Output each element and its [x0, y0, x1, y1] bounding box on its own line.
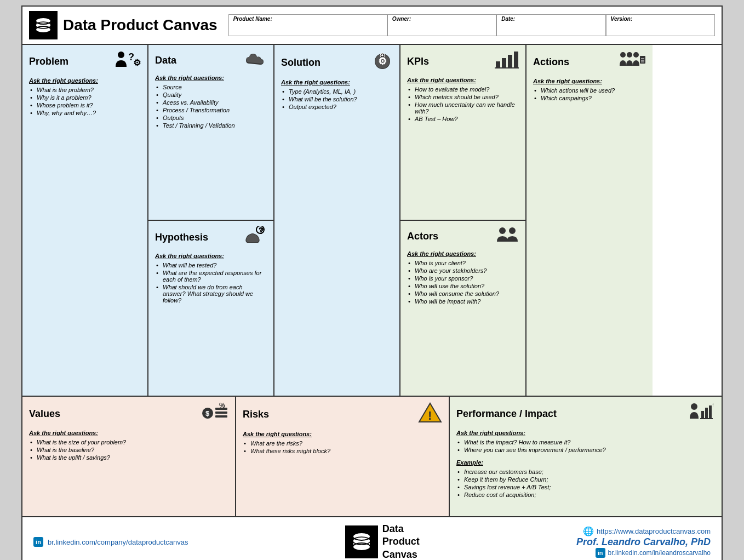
list-item: Process / Transformation — [155, 106, 267, 114]
list-item: Where you can see this improvement / per… — [456, 446, 715, 454]
actions-subtitle: Ask the right questions: — [533, 78, 646, 84]
list-item: Who is your client? — [407, 259, 519, 267]
list-item: Increase our customers base; — [456, 468, 715, 476]
list-item: What will be the solution? — [281, 95, 393, 103]
owner-label: Owner: — [392, 16, 491, 22]
svg-text:↑: ↑ — [712, 402, 714, 408]
list-item: What should we do from each answer? What… — [155, 283, 267, 304]
values-subtitle: Ask the right questions: — [29, 430, 228, 436]
solution-section: Solution ⚙ Ask the right questions: — [274, 45, 400, 396]
svg-point-28 — [620, 52, 626, 58]
svg-point-29 — [627, 52, 632, 58]
footer-logo-text: DataProductCanvas — [382, 523, 420, 560]
svg-rect-39 — [215, 415, 227, 418]
problem-section: Problem ? ⚙ Ask the right questions: — [22, 45, 148, 396]
date-field[interactable]: Date: — [496, 14, 605, 36]
data-subtitle: Ask the right questions: — [155, 75, 267, 81]
version-field[interactable]: Version: — [606, 14, 715, 36]
problem-list: What is the problem? Why is it a problem… — [29, 86, 141, 117]
hypothesis-icon: ? ? — [243, 226, 267, 248]
data-icon — [245, 50, 267, 70]
list-item: Quality — [155, 91, 267, 99]
svg-point-10 — [118, 52, 124, 58]
actors-list: Who is your client? Who are your stakhol… — [407, 259, 519, 305]
svg-text:!: ! — [428, 409, 432, 422]
values-title: Values $ % — [29, 402, 228, 425]
hypothesis-subtitle: Ask the right questions: — [155, 253, 267, 259]
svg-point-43 — [691, 403, 697, 410]
solution-icon: ⚙ — [372, 50, 393, 75]
svg-text:?: ? — [259, 226, 262, 234]
kpi-title: KPIs — [407, 50, 519, 72]
logo-box: Data Product Canvas — [29, 11, 218, 39]
performance-example-list: Increase our customers base; Keep it the… — [456, 468, 715, 499]
svg-rect-44 — [701, 411, 704, 419]
list-item: What are the expected responses for each… — [155, 269, 267, 283]
linkedin-icon-right: in — [596, 548, 605, 558]
svg-rect-38 — [215, 412, 227, 414]
list-item: What is the impact? How to measure it? — [456, 438, 715, 446]
svg-text:$: $ — [205, 409, 210, 418]
list-item: How to evaluate the model? — [407, 85, 519, 93]
date-label: Date: — [501, 16, 600, 22]
risks-subtitle: Ask the right questions: — [243, 431, 442, 437]
kpi-actors-column: KPIs Ask the right questions: — [400, 45, 526, 396]
problem-icon: ? ⚙ — [113, 50, 141, 73]
list-item: How much uncertainty can we handle with? — [407, 101, 519, 115]
data-title: Data — [155, 50, 267, 70]
footer-right: 🌐 https://www.dataproductcanvas.com Prof… — [576, 526, 711, 558]
svg-rect-23 — [508, 55, 512, 68]
problem-subtitle: Ask the right questions: — [29, 77, 141, 84]
list-item: Reduce cost of acquisition; — [456, 491, 715, 499]
actors-icon — [495, 226, 519, 246]
hypothesis-section: Hypothesis ? ? Ask the right que — [148, 221, 273, 396]
values-section: Values $ % Ask the right questio — [22, 397, 236, 516]
svg-rect-31 — [640, 56, 645, 64]
linkedin-icon-left: in — [33, 537, 43, 547]
footer-prof-linkedin[interactable]: in br.linkedin.com/in/leandroscarvalho — [576, 548, 711, 558]
list-item: Who will consume the solution? — [407, 290, 519, 298]
header-fields: Product Name: Owner: Date: Version: — [228, 14, 715, 36]
list-item: Who will be impact with? — [407, 298, 519, 305]
list-item: Test / Trainning / Validation — [155, 122, 267, 129]
footer-website[interactable]: 🌐 https://www.dataproductcanvas.com — [576, 526, 711, 536]
actions-list: Which actions will be used? Which campai… — [533, 87, 646, 102]
svg-text:%: % — [219, 402, 225, 409]
risks-section: Risks ! Ask the right questions: What ar… — [236, 397, 450, 516]
list-item: What will be tested? — [155, 261, 267, 269]
kpi-section: KPIs Ask the right questions: — [400, 45, 525, 221]
svg-rect-21 — [496, 61, 500, 68]
solution-list: Type (Analytics, ML, IA, ) What will be … — [281, 88, 393, 111]
list-item: Savings lost revenue + A/B Test; — [456, 483, 715, 491]
owner-field[interactable]: Owner: — [387, 14, 496, 36]
product-name-label: Product Name: — [233, 16, 382, 22]
list-item: What is the uplift / savings? — [29, 454, 228, 461]
list-item: Why is it a problem? — [29, 94, 141, 101]
list-item: Who will use the solution? — [407, 282, 519, 290]
product-name-field[interactable]: Product Name: — [228, 14, 387, 36]
svg-point-27 — [509, 227, 516, 234]
main-title: Data Product Canvas — [63, 16, 218, 34]
actions-title: Actions — [533, 50, 646, 73]
list-item: Source — [155, 83, 267, 91]
svg-text:⚙: ⚙ — [133, 58, 141, 67]
actors-section: Actors Ask the right questions: Who is y… — [400, 221, 525, 396]
footer-linkedin-url[interactable]: br.linkedin.com/company/dataproductcanva… — [48, 538, 188, 546]
list-item: What is the problem? — [29, 86, 141, 94]
svg-rect-22 — [502, 58, 506, 68]
performance-subtitle: Ask the right questions: — [456, 430, 715, 436]
list-item: Outputs — [155, 114, 267, 122]
solution-subtitle: Ask the right questions: — [281, 79, 393, 85]
kpi-icon — [495, 50, 519, 72]
footer-center: DataProductCanvas — [345, 523, 420, 560]
problem-title: Problem ? ⚙ — [29, 50, 141, 73]
main-content: Problem ? ⚙ Ask the right questions: — [22, 45, 722, 397]
bottom-row: Values $ % Ask the right questio — [22, 397, 722, 517]
risks-icon: ! — [418, 402, 442, 426]
prof-name: Prof. Leandro Carvalho, PhD — [576, 536, 711, 548]
list-item: Acess vs. Availability — [155, 99, 267, 106]
globe-icon: 🌐 — [583, 526, 594, 536]
data-list: Source Quality Acess vs. Availability Pr… — [155, 83, 267, 129]
values-icon: $ % — [201, 402, 228, 425]
data-section: Data Ask the right questions: Source Qua… — [148, 45, 273, 221]
